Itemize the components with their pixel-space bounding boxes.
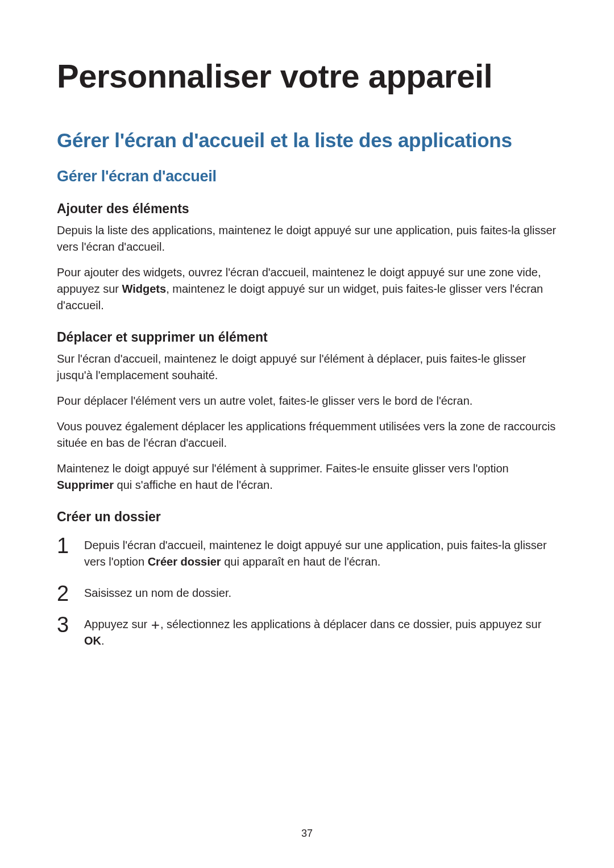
page-title: Personnaliser votre appareil: [57, 57, 557, 95]
text-run: qui s'affiche en haut de l'écran.: [114, 479, 273, 491]
subsubsection-deplacer: Déplacer et supprimer un élément: [57, 330, 557, 345]
step-item: Depuis l'écran d'accueil, maintenez le d…: [57, 537, 557, 570]
bold-text: Widgets: [122, 283, 167, 295]
text-run: qui apparaît en haut de l'écran.: [221, 555, 381, 568]
text-run: , sélectionnez les applications à déplac…: [160, 618, 541, 630]
text-run: .: [101, 634, 105, 647]
subsubsection-creer: Créer un dossier: [57, 509, 557, 525]
text-run: Appuyez sur: [84, 618, 151, 630]
paragraph: Pour ajouter des widgets, ouvrez l'écran…: [57, 264, 557, 314]
bold-text: Créer dossier: [148, 555, 221, 568]
document-page: Personnaliser votre appareil Gérer l'écr…: [0, 0, 614, 868]
subsection-heading: Gérer l'écran d'accueil: [57, 168, 557, 185]
steps-list: Depuis l'écran d'accueil, maintenez le d…: [57, 537, 557, 649]
paragraph: Maintenez le doigt appuyé sur l'élément …: [57, 460, 557, 493]
bold-text: Supprimer: [57, 479, 114, 491]
bold-text: OK: [84, 634, 101, 647]
step-item: Saisissez un nom de dossier.: [57, 585, 557, 601]
text-run: Saisissez un nom de dossier.: [84, 587, 231, 599]
text-run: Maintenez le doigt appuyé sur l'élément …: [57, 462, 509, 475]
paragraph: Pour déplacer l'élément vers un autre vo…: [57, 393, 557, 409]
subsubsection-ajouter: Ajouter des éléments: [57, 201, 557, 217]
paragraph: Depuis la liste des applications, mainte…: [57, 222, 557, 255]
section-heading: Gérer l'écran d'accueil et la liste des …: [57, 129, 557, 152]
paragraph: Vous pouvez également déplacer les appli…: [57, 418, 557, 451]
step-item: Appuyez sur +, sélectionnez les applicat…: [57, 616, 557, 649]
paragraph: Sur l'écran d'accueil, maintenez le doig…: [57, 351, 557, 384]
page-number: 37: [0, 828, 614, 840]
